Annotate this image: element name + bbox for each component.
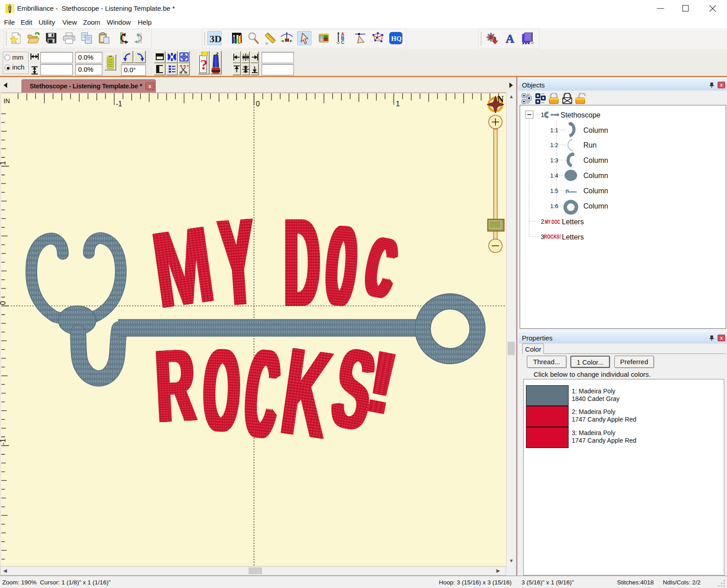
svg-text:A: A xyxy=(506,32,514,45)
svg-text:Column: Column xyxy=(583,126,608,134)
svg-text:Column: Column xyxy=(583,187,608,195)
svg-text:-1: -1 xyxy=(0,439,7,445)
svg-text:D: D xyxy=(287,192,322,333)
svg-text:1: 1 xyxy=(0,161,7,165)
svg-text:N: N xyxy=(497,94,504,104)
svg-text:Letters: Letters xyxy=(562,218,584,226)
svg-text:1:4: 1:4 xyxy=(550,172,558,179)
svg-text:Letters: Letters xyxy=(562,233,584,241)
svg-text:-1: -1 xyxy=(116,100,122,108)
svg-text:1:3: 1:3 xyxy=(550,157,558,164)
svg-text:Column: Column xyxy=(583,172,608,179)
svg-text:Column: Column xyxy=(583,157,608,164)
svg-text:HQ: HQ xyxy=(391,35,402,42)
svg-text:Run: Run xyxy=(583,141,596,149)
svg-text:3D: 3D xyxy=(210,33,222,44)
svg-text:1:1: 1:1 xyxy=(550,127,558,134)
svg-text:R: R xyxy=(156,327,200,444)
svg-text:1:5: 1:5 xyxy=(550,187,558,194)
svg-text:1:6: 1:6 xyxy=(550,203,558,209)
svg-text:1:2: 1:2 xyxy=(550,142,558,148)
svg-text:IN: IN xyxy=(4,97,10,105)
svg-text:1: 1 xyxy=(541,111,544,118)
svg-text:1: 1 xyxy=(396,100,400,108)
svg-text:Stethoscope: Stethoscope xyxy=(561,111,600,119)
svg-text:0: 0 xyxy=(256,100,260,108)
svg-text:2: 2 xyxy=(541,218,544,225)
svg-text:0: 0 xyxy=(0,301,7,305)
svg-text:C: C xyxy=(341,40,344,45)
svg-text:O: O xyxy=(205,325,244,456)
svg-text:?: ? xyxy=(200,57,207,73)
svg-text:ROCKS!: ROCKS! xyxy=(544,233,561,240)
svg-text:Column: Column xyxy=(583,202,608,210)
svg-text:MY DOC: MY DOC xyxy=(545,219,560,225)
